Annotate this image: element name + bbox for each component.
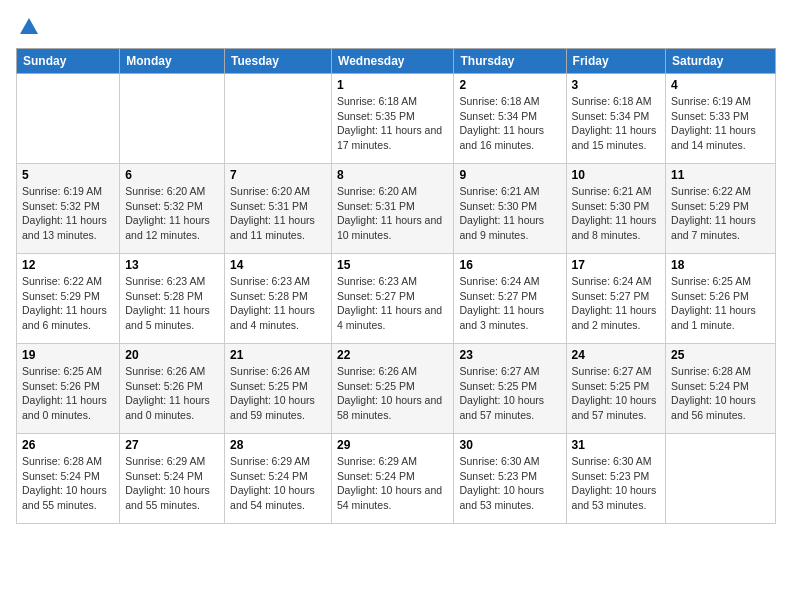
calendar-cell — [225, 74, 332, 164]
calendar-cell: 15Sunrise: 6:23 AM Sunset: 5:27 PM Dayli… — [332, 254, 454, 344]
logo-icon — [18, 16, 40, 38]
calendar-cell: 22Sunrise: 6:26 AM Sunset: 5:25 PM Dayli… — [332, 344, 454, 434]
calendar-cell: 2Sunrise: 6:18 AM Sunset: 5:34 PM Daylig… — [454, 74, 566, 164]
calendar-cell: 8Sunrise: 6:20 AM Sunset: 5:31 PM Daylig… — [332, 164, 454, 254]
calendar-cell: 5Sunrise: 6:19 AM Sunset: 5:32 PM Daylig… — [17, 164, 120, 254]
day-number: 20 — [125, 348, 219, 362]
calendar-cell: 6Sunrise: 6:20 AM Sunset: 5:32 PM Daylig… — [120, 164, 225, 254]
week-row-5: 26Sunrise: 6:28 AM Sunset: 5:24 PM Dayli… — [17, 434, 776, 524]
day-number: 21 — [230, 348, 326, 362]
calendar-cell: 14Sunrise: 6:23 AM Sunset: 5:28 PM Dayli… — [225, 254, 332, 344]
calendar-cell — [17, 74, 120, 164]
day-number: 15 — [337, 258, 448, 272]
day-info: Sunrise: 6:18 AM Sunset: 5:35 PM Dayligh… — [337, 94, 448, 153]
day-info: Sunrise: 6:29 AM Sunset: 5:24 PM Dayligh… — [230, 454, 326, 513]
day-number: 7 — [230, 168, 326, 182]
day-info: Sunrise: 6:28 AM Sunset: 5:24 PM Dayligh… — [22, 454, 114, 513]
day-number: 4 — [671, 78, 770, 92]
calendar-cell: 19Sunrise: 6:25 AM Sunset: 5:26 PM Dayli… — [17, 344, 120, 434]
day-info: Sunrise: 6:23 AM Sunset: 5:27 PM Dayligh… — [337, 274, 448, 333]
day-info: Sunrise: 6:24 AM Sunset: 5:27 PM Dayligh… — [572, 274, 660, 333]
calendar-cell: 12Sunrise: 6:22 AM Sunset: 5:29 PM Dayli… — [17, 254, 120, 344]
day-number: 23 — [459, 348, 560, 362]
calendar-header: SundayMondayTuesdayWednesdayThursdayFrid… — [17, 49, 776, 74]
day-number: 25 — [671, 348, 770, 362]
day-number: 9 — [459, 168, 560, 182]
week-row-2: 5Sunrise: 6:19 AM Sunset: 5:32 PM Daylig… — [17, 164, 776, 254]
day-info: Sunrise: 6:27 AM Sunset: 5:25 PM Dayligh… — [459, 364, 560, 423]
day-info: Sunrise: 6:30 AM Sunset: 5:23 PM Dayligh… — [459, 454, 560, 513]
day-info: Sunrise: 6:29 AM Sunset: 5:24 PM Dayligh… — [125, 454, 219, 513]
day-number: 24 — [572, 348, 660, 362]
day-info: Sunrise: 6:21 AM Sunset: 5:30 PM Dayligh… — [572, 184, 660, 243]
day-number: 17 — [572, 258, 660, 272]
calendar-body: 1Sunrise: 6:18 AM Sunset: 5:35 PM Daylig… — [17, 74, 776, 524]
header-sunday: Sunday — [17, 49, 120, 74]
calendar-cell: 20Sunrise: 6:26 AM Sunset: 5:26 PM Dayli… — [120, 344, 225, 434]
day-number: 26 — [22, 438, 114, 452]
calendar-cell: 9Sunrise: 6:21 AM Sunset: 5:30 PM Daylig… — [454, 164, 566, 254]
day-number: 5 — [22, 168, 114, 182]
day-number: 28 — [230, 438, 326, 452]
week-row-1: 1Sunrise: 6:18 AM Sunset: 5:35 PM Daylig… — [17, 74, 776, 164]
calendar-cell: 13Sunrise: 6:23 AM Sunset: 5:28 PM Dayli… — [120, 254, 225, 344]
calendar-cell: 29Sunrise: 6:29 AM Sunset: 5:24 PM Dayli… — [332, 434, 454, 524]
day-number: 13 — [125, 258, 219, 272]
day-number: 14 — [230, 258, 326, 272]
day-info: Sunrise: 6:22 AM Sunset: 5:29 PM Dayligh… — [671, 184, 770, 243]
day-number: 27 — [125, 438, 219, 452]
calendar-cell: 23Sunrise: 6:27 AM Sunset: 5:25 PM Dayli… — [454, 344, 566, 434]
calendar-cell: 3Sunrise: 6:18 AM Sunset: 5:34 PM Daylig… — [566, 74, 665, 164]
calendar-cell: 4Sunrise: 6:19 AM Sunset: 5:33 PM Daylig… — [666, 74, 776, 164]
day-info: Sunrise: 6:27 AM Sunset: 5:25 PM Dayligh… — [572, 364, 660, 423]
day-info: Sunrise: 6:25 AM Sunset: 5:26 PM Dayligh… — [22, 364, 114, 423]
calendar-cell: 7Sunrise: 6:20 AM Sunset: 5:31 PM Daylig… — [225, 164, 332, 254]
day-info: Sunrise: 6:26 AM Sunset: 5:26 PM Dayligh… — [125, 364, 219, 423]
day-number: 10 — [572, 168, 660, 182]
calendar-cell: 28Sunrise: 6:29 AM Sunset: 5:24 PM Dayli… — [225, 434, 332, 524]
day-info: Sunrise: 6:18 AM Sunset: 5:34 PM Dayligh… — [572, 94, 660, 153]
day-info: Sunrise: 6:29 AM Sunset: 5:24 PM Dayligh… — [337, 454, 448, 513]
day-info: Sunrise: 6:19 AM Sunset: 5:33 PM Dayligh… — [671, 94, 770, 153]
header-tuesday: Tuesday — [225, 49, 332, 74]
day-info: Sunrise: 6:23 AM Sunset: 5:28 PM Dayligh… — [125, 274, 219, 333]
calendar-cell: 10Sunrise: 6:21 AM Sunset: 5:30 PM Dayli… — [566, 164, 665, 254]
calendar-cell: 24Sunrise: 6:27 AM Sunset: 5:25 PM Dayli… — [566, 344, 665, 434]
day-info: Sunrise: 6:19 AM Sunset: 5:32 PM Dayligh… — [22, 184, 114, 243]
calendar-table: SundayMondayTuesdayWednesdayThursdayFrid… — [16, 48, 776, 524]
logo — [16, 16, 40, 38]
header-thursday: Thursday — [454, 49, 566, 74]
calendar-cell: 26Sunrise: 6:28 AM Sunset: 5:24 PM Dayli… — [17, 434, 120, 524]
calendar-cell: 17Sunrise: 6:24 AM Sunset: 5:27 PM Dayli… — [566, 254, 665, 344]
day-info: Sunrise: 6:18 AM Sunset: 5:34 PM Dayligh… — [459, 94, 560, 153]
calendar-cell: 18Sunrise: 6:25 AM Sunset: 5:26 PM Dayli… — [666, 254, 776, 344]
header-saturday: Saturday — [666, 49, 776, 74]
day-number: 6 — [125, 168, 219, 182]
day-number: 16 — [459, 258, 560, 272]
day-number: 18 — [671, 258, 770, 272]
calendar-cell: 1Sunrise: 6:18 AM Sunset: 5:35 PM Daylig… — [332, 74, 454, 164]
header — [16, 16, 776, 38]
calendar-cell: 16Sunrise: 6:24 AM Sunset: 5:27 PM Dayli… — [454, 254, 566, 344]
calendar-cell: 30Sunrise: 6:30 AM Sunset: 5:23 PM Dayli… — [454, 434, 566, 524]
header-friday: Friday — [566, 49, 665, 74]
calendar-cell: 11Sunrise: 6:22 AM Sunset: 5:29 PM Dayli… — [666, 164, 776, 254]
week-row-4: 19Sunrise: 6:25 AM Sunset: 5:26 PM Dayli… — [17, 344, 776, 434]
day-info: Sunrise: 6:26 AM Sunset: 5:25 PM Dayligh… — [230, 364, 326, 423]
day-number: 31 — [572, 438, 660, 452]
day-info: Sunrise: 6:23 AM Sunset: 5:28 PM Dayligh… — [230, 274, 326, 333]
day-number: 1 — [337, 78, 448, 92]
day-info: Sunrise: 6:21 AM Sunset: 5:30 PM Dayligh… — [459, 184, 560, 243]
day-number: 22 — [337, 348, 448, 362]
calendar-cell: 27Sunrise: 6:29 AM Sunset: 5:24 PM Dayli… — [120, 434, 225, 524]
week-row-3: 12Sunrise: 6:22 AM Sunset: 5:29 PM Dayli… — [17, 254, 776, 344]
day-number: 19 — [22, 348, 114, 362]
calendar-cell — [666, 434, 776, 524]
calendar-cell: 21Sunrise: 6:26 AM Sunset: 5:25 PM Dayli… — [225, 344, 332, 434]
calendar-cell — [120, 74, 225, 164]
day-number: 30 — [459, 438, 560, 452]
header-wednesday: Wednesday — [332, 49, 454, 74]
day-info: Sunrise: 6:20 AM Sunset: 5:31 PM Dayligh… — [337, 184, 448, 243]
day-info: Sunrise: 6:20 AM Sunset: 5:31 PM Dayligh… — [230, 184, 326, 243]
day-number: 2 — [459, 78, 560, 92]
